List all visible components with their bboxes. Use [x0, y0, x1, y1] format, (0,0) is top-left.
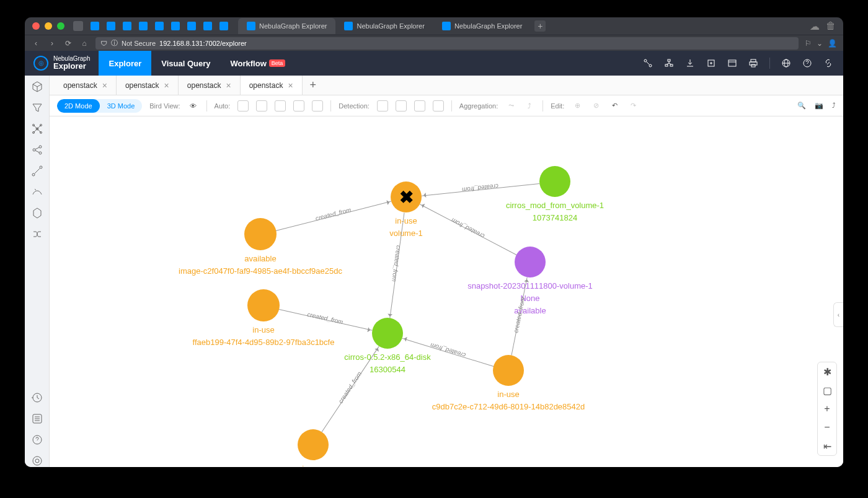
svg-line-27	[37, 129, 41, 133]
svg-line-35	[35, 168, 40, 173]
doc-tab-2[interactable]: openstack×	[179, 76, 241, 95]
node-cirros_mod[interactable]	[539, 166, 570, 197]
nav-explorer[interactable]: Explorer	[99, 51, 151, 76]
rail-flow-icon[interactable]	[31, 228, 43, 240]
reload-button[interactable]: ⟳	[63, 38, 73, 48]
close-tab-icon[interactable]: ×	[288, 81, 293, 90]
nav-visual-query[interactable]: Visual Query	[151, 51, 220, 76]
collapse-button[interactable]: ⇤	[818, 437, 836, 455]
node-bot[interactable]	[298, 429, 329, 460]
doc-tab-3[interactable]: openstack×	[241, 76, 303, 95]
url-input[interactable]: 🛡 ⓘ Not Secure 192.168.8.131:7002/explor…	[95, 37, 799, 50]
maximize-window-icon[interactable]	[57, 22, 64, 30]
nav-workflow[interactable]: WorkflowBeta	[220, 51, 295, 76]
pinned-tab-icon[interactable]	[155, 22, 164, 30]
profile-icon[interactable]: 👤	[828, 39, 837, 48]
trash-icon[interactable]: 🗑	[826, 20, 836, 32]
side-panel-toggle[interactable]: ‹	[833, 302, 843, 327]
export-icon[interactable]: ⤴	[832, 102, 836, 110]
auto-layout-4-icon[interactable]	[293, 100, 304, 111]
rail-share-icon[interactable]	[31, 144, 43, 156]
rail-settings-icon[interactable]	[31, 455, 43, 467]
mode-3d-button[interactable]: 3D Mode	[100, 99, 143, 113]
home-button[interactable]: ⌂	[79, 38, 89, 48]
pinned-tab-icon[interactable]	[91, 22, 99, 30]
camera-icon[interactable]: 📷	[815, 102, 823, 110]
pinned-tab-icon[interactable]	[187, 22, 196, 30]
doc-tab-1[interactable]: openstack×	[117, 76, 179, 95]
zoom-in-button[interactable]: +	[818, 400, 836, 418]
add-doc-tab-button[interactable]: +	[303, 79, 324, 92]
close-tab-icon[interactable]: ×	[226, 81, 231, 90]
browser-tab-3[interactable]: NebulaGraph Explorer	[433, 18, 531, 34]
zoom-out-button[interactable]: −	[818, 418, 836, 437]
rail-filter-icon[interactable]	[31, 102, 43, 114]
back-button[interactable]: ‹	[31, 38, 41, 48]
detection-1-icon[interactable]	[377, 100, 388, 111]
doc-tab-label: openstack	[125, 81, 159, 90]
aggregation-2-icon[interactable]: ⤴	[524, 100, 535, 111]
detection-3-icon[interactable]	[414, 100, 425, 111]
pinned-tab-icon[interactable]	[171, 22, 180, 30]
node-cirros_disk[interactable]	[372, 318, 403, 349]
app-logo[interactable]: ◎ NebulaGraphExplorer	[25, 55, 99, 71]
mode-2d-button[interactable]: 2D Mode	[57, 99, 100, 113]
import-icon[interactable]	[706, 58, 716, 68]
pinned-tab-icon[interactable]	[123, 22, 131, 30]
edit-link-icon[interactable]: ⊘	[590, 100, 601, 111]
aggregation-1-icon[interactable]: ⤳	[505, 100, 516, 111]
mode-toggle: 2D Mode 3D Mode	[57, 99, 142, 113]
doc-tab-0[interactable]: openstack×	[55, 76, 117, 95]
node-img_avail[interactable]	[244, 218, 277, 250]
auto-layout-1-icon[interactable]	[237, 100, 249, 111]
download-icon[interactable]	[685, 58, 695, 68]
browser-tab-2[interactable]: NebulaGraph Explorer	[335, 18, 433, 34]
rail-cube-icon[interactable]	[31, 81, 43, 93]
language-icon[interactable]	[781, 58, 791, 68]
close-tab-icon[interactable]: ×	[102, 81, 107, 90]
cloud-icon[interactable]: ☁	[810, 20, 820, 32]
edit-add-icon[interactable]: ⊕	[572, 100, 583, 111]
rail-help-icon[interactable]	[31, 434, 43, 446]
minimize-window-icon[interactable]	[45, 22, 52, 30]
print-icon[interactable]	[748, 58, 758, 68]
pinned-tab-icon[interactable]	[139, 22, 148, 30]
graph-icon[interactable]	[643, 58, 653, 68]
layout-button[interactable]: ✱	[818, 362, 836, 381]
forward-button[interactable]: ›	[47, 38, 57, 48]
rail-list-icon[interactable]	[31, 413, 43, 425]
search-icon[interactable]: 🔍	[797, 102, 806, 110]
pinned-tab-icon[interactable]	[219, 22, 228, 30]
tree-icon[interactable]	[664, 58, 674, 68]
rail-path-icon[interactable]	[31, 165, 43, 177]
node-vol1[interactable]: ✖	[391, 181, 422, 212]
close-window-icon[interactable]	[32, 22, 40, 30]
template-icon[interactable]	[727, 58, 737, 68]
pinned-tab-icon[interactable]	[203, 22, 212, 30]
detection-2-icon[interactable]	[396, 100, 407, 111]
graph-canvas[interactable]: ‹ ✱ ▢ + − ⇤ ✖in-usevolume-1cirros_mod_fr…	[50, 116, 843, 467]
auto-layout-3-icon[interactable]	[275, 100, 286, 111]
rail-expand-icon[interactable]	[31, 123, 43, 135]
rail-history-icon[interactable]	[31, 391, 43, 404]
rail-draw-icon[interactable]	[31, 186, 43, 198]
undo-icon[interactable]: ↶	[609, 100, 620, 111]
node-snap[interactable]	[515, 247, 546, 277]
birdview-icon[interactable]: 👁	[188, 100, 199, 111]
link-icon[interactable]	[823, 58, 833, 68]
auto-layout-5-icon[interactable]	[312, 100, 323, 111]
close-tab-icon[interactable]: ×	[164, 81, 169, 90]
browser-tab-1[interactable]: NebulaGraph Explorer	[238, 18, 335, 34]
auto-layout-2-icon[interactable]	[256, 100, 267, 111]
pinned-tab-icon[interactable]	[107, 22, 115, 30]
rail-hexagon-icon[interactable]	[31, 207, 43, 219]
redo-icon[interactable]: ↷	[627, 100, 639, 111]
new-tab-button[interactable]: +	[534, 20, 546, 32]
help-icon[interactable]	[802, 58, 812, 68]
bookmark-icon[interactable]: ⚐	[805, 39, 812, 48]
chevron-down-icon[interactable]: ⌄	[817, 39, 823, 48]
node-ffaeb[interactable]	[247, 289, 280, 321]
detection-4-icon[interactable]	[433, 100, 444, 111]
fit-button[interactable]: ▢	[818, 381, 836, 400]
node-c9db[interactable]	[493, 355, 524, 386]
